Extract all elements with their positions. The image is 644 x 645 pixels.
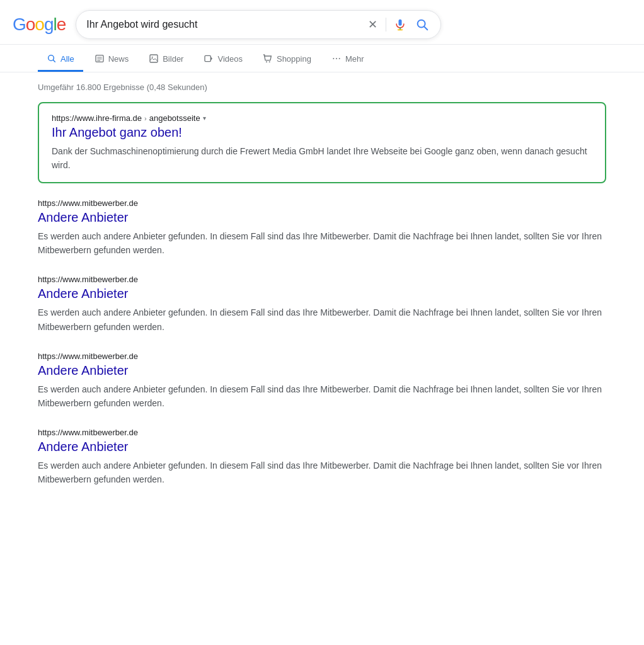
tab-videos-label: Videos [217, 54, 243, 64]
results-list: https://www.mitbewerber.de Andere Anbiet… [38, 198, 606, 486]
result-item-1: https://www.mitbewerber.de Andere Anbiet… [38, 275, 606, 333]
results-area: Umgefähr 16.800 Ergebnisse (0,48 Sekunde… [0, 72, 644, 514]
results-count: Umgefähr 16.800 Ergebnisse (0,48 Sekunde… [38, 83, 606, 92]
tab-shopping[interactable]: Shopping [254, 47, 320, 72]
search-bar: ✕ [76, 10, 441, 39]
svg-point-18 [336, 58, 337, 59]
result-domain-1: https://www.mitbewerber.de [38, 275, 138, 284]
featured-breadcrumb: angebotsseite [149, 113, 200, 123]
svg-rect-0 [399, 20, 402, 26]
header: Google ✕ [0, 0, 644, 45]
featured-url: https://www.ihre-firma.de › angebotsseit… [52, 113, 592, 123]
result-desc-3: Es werden auch andere Anbieter gefunden.… [38, 459, 606, 486]
search-button[interactable] [414, 16, 430, 33]
result-title-3[interactable]: Andere Anbieter [38, 438, 606, 455]
tab-alle[interactable]: Alle [38, 47, 83, 72]
nav-tabs: Alle News Bilder Videos [0, 45, 644, 72]
svg-point-15 [266, 61, 267, 62]
clear-button[interactable]: ✕ [365, 18, 379, 31]
search-divider [386, 18, 386, 31]
svg-point-16 [269, 61, 270, 62]
tab-bilder-label: Bilder [163, 54, 183, 64]
search-icons: ✕ [365, 16, 430, 33]
result-item-0: https://www.mitbewerber.de Andere Anbiet… [38, 198, 606, 257]
result-url-0: https://www.mitbewerber.de [38, 198, 606, 208]
result-domain-0: https://www.mitbewerber.de [38, 198, 138, 208]
svg-rect-13 [205, 55, 210, 61]
tab-shopping-label: Shopping [277, 54, 311, 64]
mic-button[interactable] [393, 16, 408, 33]
svg-point-12 [152, 57, 153, 58]
tab-videos[interactable]: Videos [195, 47, 251, 72]
result-title-1[interactable]: Andere Anbieter [38, 285, 606, 302]
svg-marker-14 [211, 57, 213, 61]
tab-bilder[interactable]: Bilder [140, 47, 192, 72]
result-item-3: https://www.mitbewerber.de Andere Anbiet… [38, 428, 606, 486]
mic-icon [394, 17, 406, 32]
search-input[interactable] [86, 19, 359, 30]
videos-tab-icon [204, 54, 214, 64]
result-domain-2: https://www.mitbewerber.de [38, 351, 138, 361]
clear-icon: ✕ [367, 19, 378, 30]
result-url-2: https://www.mitbewerber.de [38, 351, 606, 361]
result-desc-1: Es werden auch andere Anbieter gefunden.… [38, 305, 606, 333]
featured-result: https://www.ihre-firma.de › angebotsseit… [38, 102, 606, 183]
featured-dropdown-arrow[interactable]: ▾ [203, 115, 206, 122]
result-domain-3: https://www.mitbewerber.de [38, 428, 138, 437]
result-desc-0: Es werden auch andere Anbieter gefunden.… [38, 229, 606, 257]
result-item-2: https://www.mitbewerber.de Andere Anbiet… [38, 351, 606, 410]
google-logo: Google [13, 14, 66, 35]
featured-breadcrumb-arrow: › [144, 115, 147, 122]
logo-g1: G [13, 14, 26, 35]
tab-mehr-label: Mehr [345, 54, 364, 64]
search-icon [415, 18, 429, 31]
featured-description: Dank der Suchmaschinenoptimierung durch … [52, 144, 592, 172]
featured-title[interactable]: Ihr Angebot ganz oben! [52, 124, 592, 140]
result-url-3: https://www.mitbewerber.de [38, 428, 606, 437]
logo-o1: o [26, 14, 35, 35]
result-title-2[interactable]: Andere Anbieter [38, 362, 606, 379]
result-url-1: https://www.mitbewerber.de [38, 275, 606, 284]
result-desc-2: Es werden auch andere Anbieter gefunden.… [38, 382, 606, 410]
svg-point-17 [333, 58, 334, 59]
shopping-tab-icon [263, 54, 273, 64]
logo-o2: o [35, 14, 44, 35]
tab-news-label: News [108, 54, 129, 64]
tab-news[interactable]: News [86, 47, 138, 72]
svg-line-6 [53, 60, 55, 62]
logo-g2: g [44, 14, 54, 35]
mehr-tab-icon [331, 54, 342, 64]
featured-domain: https://www.ihre-firma.de [52, 113, 142, 123]
bilder-tab-icon [149, 54, 159, 64]
svg-line-4 [425, 26, 428, 30]
tab-alle-label: Alle [60, 54, 74, 64]
search-tab-icon [47, 54, 57, 64]
result-title-0[interactable]: Andere Anbieter [38, 209, 606, 225]
svg-point-19 [339, 58, 340, 59]
logo-e: e [57, 14, 66, 35]
news-tab-icon [95, 54, 105, 64]
svg-rect-11 [150, 55, 158, 62]
tab-mehr[interactable]: Mehr [323, 47, 373, 72]
